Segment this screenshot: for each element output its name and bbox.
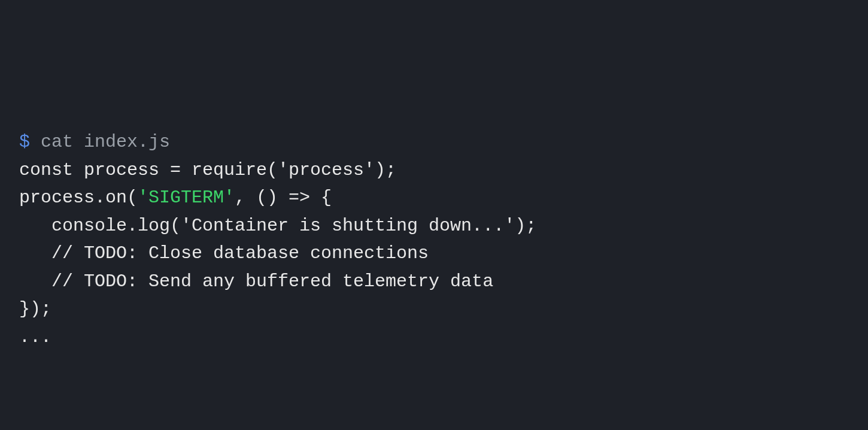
code-text: process.on( (19, 187, 138, 208)
terminal-prompt-line: $ cat index.js (19, 128, 849, 156)
code-line-12-ellipsis: ... (19, 323, 849, 352)
code-text: ); (375, 160, 396, 180)
code-text: const process = require( (19, 160, 278, 180)
prompt-command: cat index.js (41, 132, 170, 152)
code-signal-string: 'SIGTERM' (138, 187, 235, 208)
code-text: , () => { (235, 187, 332, 208)
code-line-8-comment: // TODO: Send any buffered telemetry dat… (19, 268, 849, 296)
code-line-7-comment: // TODO: Close database connections (19, 240, 849, 268)
prompt-symbol: $ (19, 132, 30, 152)
code-line-1: const process = require('process'); (19, 156, 849, 184)
code-string: 'process' (278, 160, 375, 180)
code-line-10: }); (19, 295, 849, 323)
code-line-3: process.on('SIGTERM', () => { (19, 184, 849, 212)
code-line-5: console.log('Container is shutting down.… (19, 212, 849, 240)
